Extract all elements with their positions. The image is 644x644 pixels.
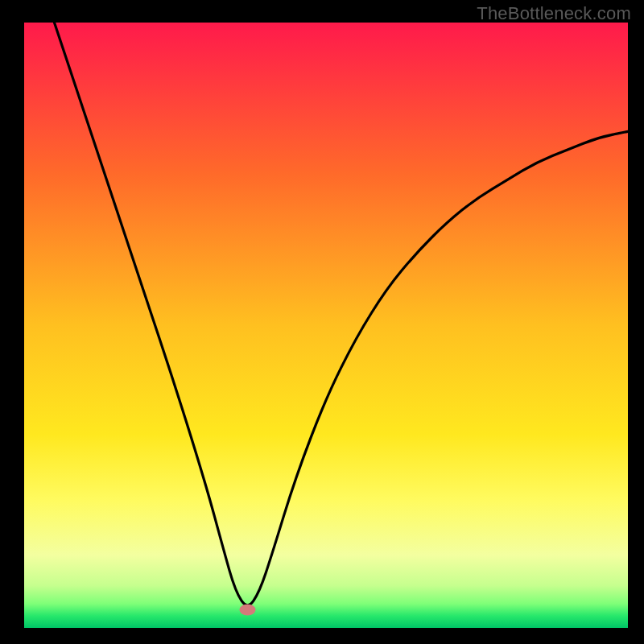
watermark-text: TheBottleneck.com: [477, 3, 631, 24]
optimum-marker: [240, 604, 256, 615]
gradient-panel: [24, 23, 628, 628]
chart-svg: [0, 0, 644, 644]
bottleneck-chart: [0, 0, 644, 644]
